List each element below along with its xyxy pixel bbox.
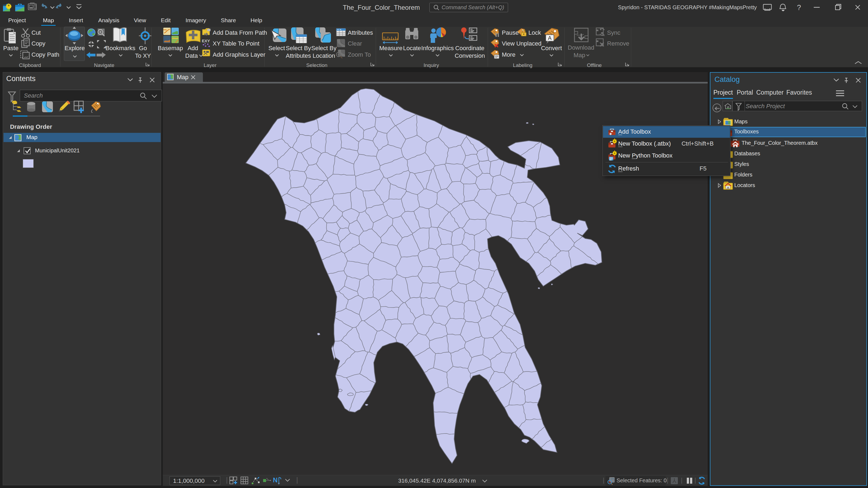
svg-text:?: ? [797,3,801,12]
svg-text:N: N [273,476,278,484]
svg-text:A: A [548,35,552,41]
